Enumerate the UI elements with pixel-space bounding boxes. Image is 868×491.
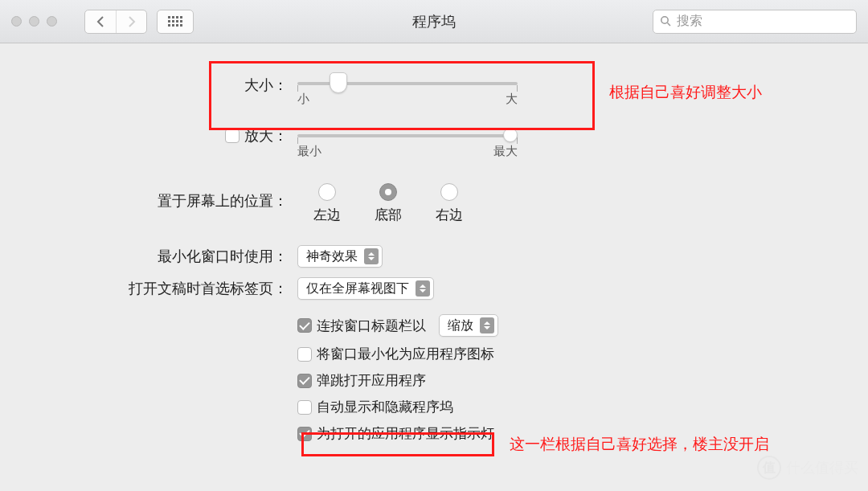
search-field[interactable]: 搜索 [653, 10, 857, 34]
titlebar: 程序坞 搜索 [0, 0, 868, 43]
position-right-radio[interactable] [440, 183, 458, 201]
position-left-radio[interactable] [318, 183, 336, 201]
search-placeholder: 搜索 [677, 13, 702, 30]
annotation-text-1: 根据自己喜好调整大小 [609, 82, 762, 103]
tabs-pref-label: 打开文稿时首选标签页： [0, 277, 297, 298]
animate-open-label: 弹跳打开应用程序 [317, 371, 426, 390]
annotation-box-2 [301, 432, 494, 456]
preferences-window: 程序坞 搜索 大小： 小 大 [0, 0, 868, 491]
back-button[interactable] [85, 10, 116, 33]
show-all-button[interactable] [157, 10, 194, 34]
svg-line-1 [668, 23, 671, 27]
content-area: 大小： 小 大 放大： [0, 43, 868, 491]
minimize-to-icon-label: 将窗口最小化为应用程序图标 [317, 345, 494, 363]
close-window[interactable] [11, 16, 22, 27]
magnify-checkbox[interactable] [225, 129, 240, 143]
magnify-slider[interactable]: 最小 最大 [297, 126, 518, 159]
minimize-effect-select[interactable]: 神奇效果 [297, 245, 383, 268]
tabs-pref-value: 仅在全屏幕视图下 [306, 280, 409, 297]
zoom-window[interactable] [47, 16, 57, 27]
position-bottom-radio[interactable] [379, 183, 397, 201]
doubleclick-value: 缩放 [448, 317, 473, 334]
svg-point-0 [661, 17, 668, 23]
position-radio-group: 左边 底部 右边 [313, 183, 463, 224]
search-icon [660, 15, 672, 27]
position-right-label: 右边 [436, 206, 463, 224]
minimize-effect-value: 神奇效果 [306, 248, 358, 265]
forward-button[interactable] [116, 10, 146, 33]
doubleclick-label: 连按窗口标题栏以 [317, 317, 426, 335]
watermark: 值 什么值得买 [757, 456, 858, 480]
position-label: 置于屏幕上的位置： [0, 183, 297, 211]
position-left-label: 左边 [313, 206, 341, 224]
tabs-pref-select[interactable]: 仅在全屏幕视图下 [297, 277, 434, 300]
magnify-max-label: 最大 [493, 144, 518, 159]
doubleclick-select[interactable]: 缩放 [439, 314, 498, 337]
minimize-window[interactable] [29, 16, 39, 27]
annotation-box-1 [209, 61, 595, 130]
watermark-text: 什么值得买 [786, 458, 858, 477]
chevron-updown-icon [416, 280, 430, 297]
minimize-to-icon-checkbox[interactable] [297, 347, 312, 362]
position-bottom-label: 底部 [375, 206, 402, 224]
doubleclick-checkbox[interactable] [297, 318, 312, 333]
magnify-min-label: 最小 [297, 144, 321, 159]
window-controls [11, 16, 57, 27]
autohide-label: 自动显示和隐藏程序坞 [317, 398, 453, 416]
animate-open-checkbox[interactable] [297, 374, 312, 388]
chevron-updown-icon [480, 317, 494, 333]
chevron-updown-icon [364, 248, 379, 264]
autohide-checkbox[interactable] [297, 400, 312, 415]
annotation-text-2: 这一栏根据自己喜好选择，楼主没开启 [510, 434, 769, 455]
grid-icon [168, 16, 182, 27]
minimize-effect-label: 最小化窗口时使用： [0, 245, 297, 266]
nav-buttons [84, 10, 147, 34]
watermark-icon: 值 [757, 456, 781, 480]
